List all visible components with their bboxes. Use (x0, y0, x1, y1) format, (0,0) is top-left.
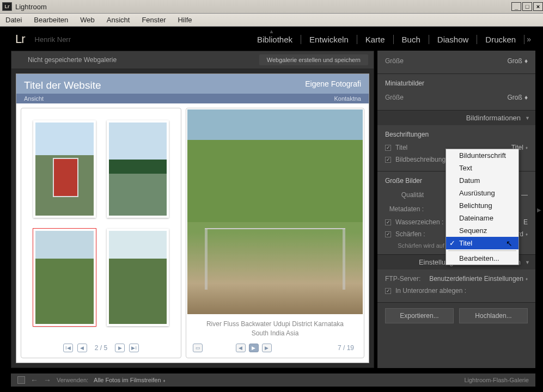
captions-subheader: Beschriftungen (385, 128, 528, 142)
menu-web[interactable]: Web (80, 16, 95, 24)
web-preview-panel: Nicht gespeicherte Webgalerie Webgalerie… (11, 51, 374, 368)
size-label: Größe (385, 57, 411, 65)
module-slideshow[interactable]: Diashow (429, 35, 478, 44)
module-library[interactable]: Bibliothek (249, 35, 301, 44)
popup-item-edit[interactable]: Bearbeiten... (446, 252, 518, 265)
metadata-label: Metadaten : (385, 205, 431, 213)
dropdown-icon[interactable]: ♦ (524, 57, 528, 65)
thumb-next-button[interactable]: ▶ (115, 344, 125, 352)
dropdown-icon[interactable]: ♦ (526, 277, 528, 281)
thumb-page-indicator: 2 / 5 (91, 344, 111, 352)
website-preview: Titel der Website Eigene Fotografi Ansic… (16, 74, 369, 363)
thumb-prev-button[interactable]: ◀ (77, 344, 87, 352)
thumbnail-grid-panel: I◀ ◀ 2 / 5 ▶ ▶I (21, 108, 181, 358)
right-panel-stack: Größe Groß♦ Miniaturbilder Größe Groß♦ (377, 51, 535, 368)
app-icon: Lr (2, 2, 12, 11)
thumb-last-button[interactable]: ▶I (129, 344, 139, 352)
dropdown-icon[interactable]: ♦ (526, 145, 528, 150)
thumbnail-3-selected[interactable] (33, 229, 96, 326)
module-picker: Bibliothek Entwickeln Karte Buch Diashow… (249, 35, 533, 44)
lightroom-logo: Lr (15, 32, 25, 46)
close-button[interactable]: × (533, 2, 543, 11)
subfolder-checkbox[interactable]: ✓ (385, 288, 391, 294)
large-image[interactable] (187, 109, 363, 314)
upload-button[interactable]: Hochladen... (459, 308, 528, 323)
prev-photo-button[interactable]: ← (30, 376, 38, 384)
quality-slider[interactable]: — (521, 191, 528, 199)
panel-collapse-top-icon[interactable]: ▲ (269, 28, 274, 34)
ftp-server-dropdown[interactable]: Benutzerdefinierte Einstellungen (429, 275, 523, 283)
title-source-popup: Bildunterschrift Text Datum Ausrüstung B… (446, 149, 519, 265)
maximize-button[interactable]: □ (522, 2, 532, 11)
popup-item-sequence[interactable]: Sequenz (446, 224, 518, 237)
panel-collapse-right-icon[interactable]: ▶ (536, 206, 542, 212)
identity-plate[interactable]: Henrik Nerr (35, 35, 71, 44)
thumbnail-4[interactable] (107, 229, 169, 326)
dropdown-icon[interactable]: ♦ (524, 94, 528, 101)
use-label: Verwenden: (57, 377, 88, 383)
popup-item-filename[interactable]: Dateiname (446, 212, 518, 224)
window-titlebar: Lr Lightroom _ □ × (0, 0, 543, 14)
menu-file[interactable]: Datei (5, 16, 22, 24)
popup-item-exposure[interactable]: Belichtung (446, 199, 518, 212)
minimize-button[interactable]: _ (511, 2, 521, 11)
collapse-icon: ▼ (525, 115, 530, 121)
watermark-checkbox[interactable]: ✓ (385, 219, 391, 225)
create-save-gallery-button[interactable]: Webgalerie erstellen und speichern (259, 54, 368, 65)
ftp-label: FTP-Server: (385, 275, 426, 283)
popup-separator (448, 250, 516, 251)
module-map[interactable]: Karte (357, 35, 394, 44)
large-page-indicator: 7 / 19 (338, 344, 354, 352)
site-subtitle[interactable]: Eigene Fotografi (305, 79, 361, 91)
menu-view[interactable]: Ansicht (107, 16, 130, 24)
next-photo-button[interactable]: → (44, 376, 51, 384)
size-value[interactable]: Groß (508, 57, 522, 65)
thumb-size-label: Größe (385, 94, 411, 101)
menu-help[interactable]: Hilfe (178, 16, 192, 24)
quality-label: Qualität (385, 191, 431, 199)
image-info-header[interactable]: Bildinformationen▼ (377, 111, 535, 125)
caption-line-1: River Fluss Backwater Udupi District Kar… (191, 320, 359, 329)
thumbnails-subheader: Miniaturbilder (385, 77, 528, 90)
gallery-type-label: Lightroom-Flash-Galerie (464, 377, 529, 383)
large-prev-button[interactable]: ◀ (236, 344, 246, 352)
large-next-button[interactable]: ▶ (262, 344, 272, 352)
grip-icon (17, 57, 22, 63)
subfolder-label: In Unterordner ablegen : (395, 287, 528, 295)
thumbnail-2[interactable] (107, 120, 169, 218)
description-checkbox[interactable]: ✓ (385, 157, 391, 163)
module-print[interactable]: Drucken (477, 35, 524, 44)
popup-item-date[interactable]: Datum (446, 174, 518, 187)
site-nav-contact[interactable]: Kontaktna (334, 95, 361, 102)
module-book[interactable]: Buch (394, 35, 429, 44)
module-develop[interactable]: Entwickeln (301, 35, 357, 44)
caption-line-2: South India Asia (191, 329, 359, 338)
menubar: Datei Bearbeiten Web Ansicht Fenster Hil… (0, 14, 543, 27)
unsaved-gallery-label: Nicht gespeicherte Webgalerie (28, 56, 117, 64)
dropdown-icon[interactable]: ♦ (163, 378, 166, 383)
toolbar: ← → Verwenden: Alle Fotos im Filmstreife… (11, 373, 535, 387)
site-title[interactable]: Titel der Website (24, 79, 101, 91)
sharpen-checkbox[interactable]: ✓ (385, 231, 391, 237)
module-more-icon[interactable]: » (524, 35, 533, 44)
large-image-panel: River Fluss Backwater Udupi District Kar… (186, 108, 364, 358)
title-checkbox[interactable]: ✓ (385, 145, 391, 151)
menu-edit[interactable]: Bearbeiten (34, 16, 68, 24)
slideshow-toggle-button[interactable]: ▭ (193, 344, 203, 352)
thumb-size-value[interactable]: Groß (508, 94, 522, 101)
site-nav-view[interactable]: Ansicht (24, 95, 44, 102)
export-button[interactable]: Exportieren... (385, 308, 454, 323)
large-play-button[interactable]: ▶ (249, 344, 259, 352)
use-dropdown[interactable]: Alle Fotos im Filmstreifen (94, 377, 161, 383)
thumb-first-button[interactable]: I◀ (63, 344, 73, 352)
menu-window[interactable]: Fenster (142, 16, 166, 24)
thumbnail-1[interactable] (33, 120, 96, 218)
watermark-value[interactable]: E (523, 218, 528, 226)
popup-item-caption[interactable]: Bildunterschrift (446, 149, 518, 162)
collapse-icon: ▼ (525, 260, 530, 265)
dropdown-icon[interactable]: ♦ (526, 232, 528, 237)
stop-button[interactable] (17, 376, 25, 384)
popup-item-equipment[interactable]: Ausrüstung (446, 187, 518, 199)
popup-item-title-selected[interactable]: Titel (446, 237, 518, 249)
popup-item-text[interactable]: Text (446, 162, 518, 174)
